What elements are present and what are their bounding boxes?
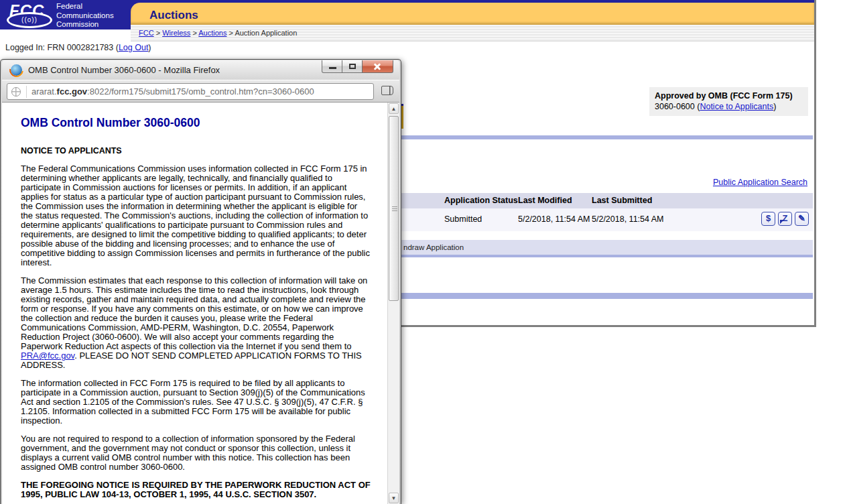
scroll-down-arrow-icon[interactable]: ▼ — [389, 493, 399, 503]
pra-email-link[interactable]: PRA@fcc.gov — [21, 351, 74, 361]
notice-paragraph-3: The information collected in FCC Form 17… — [21, 379, 371, 426]
last-modified-value: 5/2/2018, 11:54 AM — [518, 214, 590, 224]
breadcrumb-current: Auction Application — [235, 29, 297, 37]
breadcrumb: FCC > Wireless > Auctions > Auction Appl… — [139, 29, 297, 37]
window-controls — [322, 60, 393, 73]
breadcrumb-link-auctions[interactable]: Auctions — [198, 29, 226, 37]
column-header-last-submitted: Last Submitted — [592, 196, 652, 205]
notice-paragraph-2: The Commission estimates that each respo… — [21, 276, 371, 370]
breadcrumb-strip: FCC > Wireless > Auctions > Auction Appl… — [131, 25, 814, 42]
application-status-value: Submitted — [444, 214, 482, 224]
notice-paragraph-2-text: The Commission estimates that each respo… — [21, 275, 367, 351]
fcc-logo-block: FCC ((o)) Federal Communications Commiss… — [0, 0, 131, 29]
scroll-up-arrow-icon[interactable]: ▲ — [389, 103, 399, 114]
login-status-bar: Logged In: FRN 0002821783 (Log Out) — [5, 43, 151, 52]
scrollbar[interactable]: ▲ ▼ — [387, 103, 399, 504]
breadcrumb-link-fcc[interactable]: FCC — [139, 29, 154, 37]
public-application-search-link[interactable]: Public Application Search — [713, 178, 807, 187]
omb-number-suffix: ) — [773, 102, 776, 111]
breadcrumb-separator: > — [226, 29, 235, 37]
url-text: ararat.fcc.gov:8022/form175/submit175/om… — [31, 86, 314, 97]
omb-approval-title: Approved by OMB (FCC Form 175) — [655, 90, 803, 101]
close-button[interactable] — [363, 60, 393, 73]
breadcrumb-separator: > — [154, 29, 163, 37]
login-status-suffix: ) — [148, 43, 151, 52]
omb-notice-document: OMB Control Number 3060-0600 NOTICE TO A… — [21, 111, 371, 504]
page-root: FCC ((o)) Federal Communications Commiss… — [0, 0, 845, 504]
firefox-icon — [11, 64, 22, 76]
url-toolbar: ararat.fcc.gov:8022/form175/submit175/om… — [2, 80, 399, 102]
maximize-icon — [349, 64, 356, 69]
withdraw-application-partial-text: ndraw Application — [403, 243, 464, 251]
omb-heading: OMB Control Number 3060-0600 — [21, 116, 371, 130]
firefox-popup-window: OMB Control Number 3060-0600 - Mozilla F… — [0, 59, 401, 504]
org-line: Communications — [56, 11, 114, 21]
omb-number-text: 3060-0600 ( — [655, 102, 700, 111]
maximize-button[interactable] — [342, 60, 363, 73]
scrollbar-thumb[interactable] — [389, 116, 399, 301]
popup-content-area: OMB Control Number 3060-0600 NOTICE TO A… — [2, 102, 399, 504]
reader-mode-icon[interactable] — [381, 86, 393, 95]
breadcrumb-separator: > — [190, 29, 198, 37]
column-header-last-modified: Last Modified — [518, 196, 572, 205]
column-header-application-status: Application Status — [444, 196, 518, 205]
login-status-text: Logged In: FRN 0002821783 ( — [5, 43, 119, 52]
logout-link[interactable]: Log Out — [119, 43, 148, 52]
org-line: Federal — [56, 2, 114, 11]
org-line: Commission — [56, 20, 114, 29]
notice-paragraph-4: You are not required to respond to a col… — [21, 434, 371, 472]
url-domain: fcc.gov — [57, 86, 88, 97]
paperwork-reduction-act-notice: THE FOREGOING NOTICE IS REQUIRED BY THE … — [21, 481, 371, 499]
notice-to-applicants-link[interactable]: Notice to Applicants — [700, 102, 773, 111]
window-titlebar[interactable]: OMB Control Number 3060-0600 - Mozilla F… — [2, 60, 399, 80]
withdraw-z-arrow-icon[interactable]: Z — [778, 212, 792, 226]
url-subdomain: ararat. — [31, 86, 57, 97]
omb-approval-number: 3060-0600 (Notice to Applicants) — [655, 101, 803, 112]
minimize-icon — [329, 67, 336, 69]
header-band: Auctions — [131, 0, 814, 25]
window-title: OMB Control Number 3060-0600 - Mozilla F… — [28, 65, 220, 75]
last-submitted-value: 5/2/2018, 11:54 AM — [592, 214, 664, 224]
scrollbar-grip-icon — [392, 206, 397, 211]
page-title: Auctions — [149, 9, 198, 22]
fcc-logo-icon: FCC ((o)) — [9, 1, 51, 28]
notice-paragraph-1: The Federal Communications Commission us… — [21, 164, 371, 267]
url-separator — [26, 86, 27, 98]
omb-approval-box: Approved by OMB (FCC Form 175) 3060-0600… — [649, 87, 808, 116]
fcc-logo-ellipse: ((o)) — [7, 12, 52, 28]
page-right-border — [814, 0, 816, 327]
edit-pencil-icon[interactable]: ✎ — [795, 212, 809, 226]
minimize-button[interactable] — [322, 60, 342, 73]
site-globe-icon — [11, 87, 21, 97]
header-yellow-bar: Auctions — [131, 3, 814, 25]
fcc-org-name: Federal Communications Commission — [56, 2, 114, 29]
breadcrumb-link-wireless[interactable]: Wireless — [162, 29, 190, 37]
notice-subheading: NOTICE TO APPLICANTS — [21, 146, 371, 155]
url-path: :8022/form175/submit175/omb_control.htm?… — [87, 86, 314, 97]
address-bar-input[interactable]: ararat.fcc.gov:8022/form175/submit175/om… — [7, 83, 374, 100]
payment-dollar-icon[interactable]: $ — [761, 212, 775, 226]
row-action-icons: $ Z ✎ — [761, 212, 809, 226]
